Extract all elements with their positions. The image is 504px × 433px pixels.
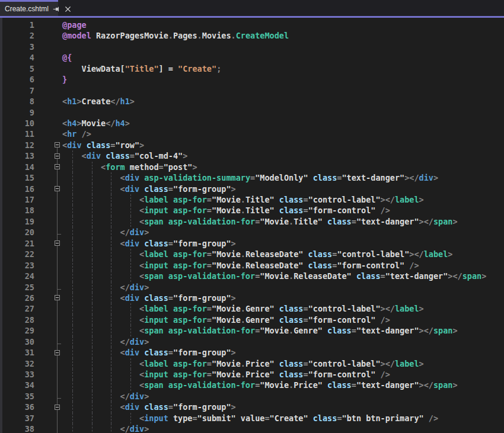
line-number: 5 bbox=[0, 63, 34, 74]
code-token: > bbox=[452, 380, 457, 390]
fold-toggle-icon[interactable] bbox=[55, 186, 60, 191]
code-line[interactable]: 6} bbox=[0, 74, 504, 85]
code-token: > bbox=[144, 424, 149, 433]
code-line[interactable]: 27 <label asp-for="Movie.Genre" class="c… bbox=[0, 303, 504, 314]
code-text[interactable]: <span asp-validation-for="Movie.Genre" c… bbox=[61, 325, 504, 336]
code-line[interactable]: 33 <input asp-for="Movie.Price" class="f… bbox=[0, 369, 504, 380]
code-line[interactable]: 21 <div class="form-group"> bbox=[0, 238, 504, 249]
code-line[interactable]: 10<h4>Movie</h4> bbox=[0, 118, 504, 129]
code-text[interactable]: </div> bbox=[61, 336, 504, 347]
code-text[interactable]: <input asp-for="Movie.Genre" class="form… bbox=[61, 315, 504, 325]
code-text[interactable] bbox=[61, 41, 504, 52]
code-line[interactable]: 31 <div class="form-group"> bbox=[0, 347, 504, 358]
code-text[interactable]: ViewData["Title"] = "Create"; bbox=[61, 63, 504, 74]
code-line[interactable]: 28 <input asp-for="Movie.Genre" class="f… bbox=[0, 315, 504, 325]
code-text[interactable]: <span asp-validation-for="Movie.ReleaseD… bbox=[61, 271, 504, 281]
code-line[interactable]: 22 <label asp-for="Movie.ReleaseDate" cl… bbox=[0, 249, 504, 259]
code-line[interactable]: 14 <form method="post"> bbox=[0, 162, 504, 172]
fold-toggle-icon[interactable] bbox=[55, 405, 60, 410]
code-line[interactable]: 30 </div> bbox=[0, 336, 504, 347]
code-text[interactable]: <div class="col-md-4"> bbox=[61, 150, 504, 161]
code-text[interactable]: <label asp-for="Movie.ReleaseDate" class… bbox=[61, 249, 504, 259]
code-text[interactable]: <span asp-validation-for="Movie.Price" c… bbox=[61, 380, 504, 390]
code-line[interactable]: 34 <span asp-validation-for="Movie.Price… bbox=[0, 380, 504, 390]
code-line[interactable]: 20 </div> bbox=[0, 227, 504, 238]
code-line[interactable]: 8<h1>Create</h1> bbox=[0, 96, 504, 107]
code-line[interactable]: 19 <span asp-validation-for="Movie.Title… bbox=[0, 216, 504, 227]
code-line[interactable]: 11<hr /> bbox=[0, 129, 504, 139]
code-text[interactable]: </div> bbox=[61, 282, 504, 293]
code-token: > bbox=[139, 140, 144, 150]
code-line[interactable]: 16 <div class="form-group"> bbox=[0, 184, 504, 194]
code-token: < bbox=[139, 413, 144, 423]
code-token: "control-label" bbox=[337, 249, 409, 259]
code-text[interactable]: <h4>Movie</h4> bbox=[61, 118, 504, 129]
code-text[interactable]: </div> bbox=[61, 424, 504, 433]
fold-toggle-icon[interactable] bbox=[55, 164, 60, 169]
code-text[interactable]: <label asp-for="Movie.Title" class="cont… bbox=[61, 194, 504, 205]
code-text[interactable]: <div class="row"> bbox=[61, 140, 504, 150]
code-text[interactable]: <h1>Create</h1> bbox=[61, 96, 504, 107]
code-line[interactable]: 5 ViewData["Title"] = "Create"; bbox=[0, 63, 504, 74]
fold-toggle-icon[interactable] bbox=[55, 295, 60, 300]
code-text[interactable]: <div class="form-group"> bbox=[61, 402, 504, 412]
code-text[interactable] bbox=[61, 107, 504, 118]
code-line[interactable]: 26 <div class="form-group"> bbox=[0, 293, 504, 303]
code-line[interactable]: 29 <span asp-validation-for="Movie.Genre… bbox=[0, 325, 504, 336]
code-token: = bbox=[337, 413, 342, 423]
code-text[interactable]: <input asp-for="Movie.Title" class="form… bbox=[61, 205, 504, 216]
code-text[interactable]: <form method="post"> bbox=[61, 162, 504, 172]
code-text[interactable]: <div class="form-group"> bbox=[61, 238, 504, 249]
code-line[interactable]: 25 </div> bbox=[0, 282, 504, 293]
code-line[interactable]: 7 bbox=[0, 85, 504, 96]
code-text[interactable]: } bbox=[61, 74, 504, 85]
code-line[interactable]: 36 <div class="form-group"> bbox=[0, 402, 504, 412]
fold-toggle-icon[interactable] bbox=[55, 153, 60, 159]
code-line[interactable]: 18 <input asp-for="Movie.Title" class="f… bbox=[0, 205, 504, 216]
code-line[interactable]: 38 </div> bbox=[0, 424, 504, 433]
code-line[interactable]: 15 <div asp-validation-summary="ModelOnl… bbox=[0, 172, 504, 183]
code-line[interactable]: 35 </div> bbox=[0, 391, 504, 402]
code-text[interactable]: <div asp-validation-summary="ModelOnly" … bbox=[61, 172, 504, 183]
code-line[interactable]: 12<div class="row"> bbox=[0, 140, 504, 150]
code-text[interactable]: <div class="form-group"> bbox=[61, 184, 504, 194]
code-line[interactable]: 37 <input type="submit" value="Create" c… bbox=[0, 413, 504, 424]
code-line[interactable]: 3 bbox=[0, 41, 504, 52]
code-text[interactable]: @{ bbox=[61, 52, 504, 63]
code-text[interactable]: <label asp-for="Movie.Price" class="cont… bbox=[61, 358, 504, 369]
code-text[interactable]: @model RazorPagesMovie.Pages.Movies.Crea… bbox=[61, 30, 504, 41]
code-text[interactable]: <input asp-for="Movie.ReleaseDate" class… bbox=[61, 260, 504, 271]
code-text[interactable]: <span asp-validation-for="Movie.Title" c… bbox=[61, 216, 504, 227]
code-line[interactable]: 4@{ bbox=[0, 52, 504, 63]
tab-create-cshtml[interactable]: Create.cshtml bbox=[0, 0, 58, 16]
fold-toggle-icon[interactable] bbox=[55, 142, 60, 147]
code-text[interactable]: <label asp-for="Movie.Genre" class="cont… bbox=[61, 303, 504, 314]
fold-toggle-icon[interactable] bbox=[55, 240, 60, 246]
indent-guide bbox=[92, 303, 92, 314]
code-line[interactable]: 24 <span asp-validation-for="Movie.Relea… bbox=[0, 271, 504, 281]
code-text[interactable]: <div class="form-group"> bbox=[61, 347, 504, 358]
code-line[interactable]: 1@page bbox=[0, 20, 504, 30]
code-text[interactable]: <input type="submit" value="Create" clas… bbox=[61, 413, 504, 424]
code-text[interactable]: <hr /> bbox=[61, 129, 504, 139]
pin-icon[interactable] bbox=[53, 5, 60, 13]
code-token: </ bbox=[120, 227, 130, 237]
code-text[interactable]: </div> bbox=[61, 227, 504, 238]
indent-guide bbox=[92, 347, 92, 358]
code-line[interactable]: 9 bbox=[0, 107, 504, 118]
code-text[interactable]: @page bbox=[61, 20, 504, 30]
code-line[interactable]: 32 <label asp-for="Movie.Price" class="c… bbox=[0, 358, 504, 369]
code-line[interactable]: 23 <input asp-for="Movie.ReleaseDate" cl… bbox=[0, 260, 504, 271]
code-text[interactable]: </div> bbox=[61, 391, 504, 402]
code-token: < bbox=[139, 326, 144, 335]
code-text[interactable]: <div class="form-group"> bbox=[61, 293, 504, 303]
code-token bbox=[62, 261, 139, 270]
code-editor[interactable]: 1@page2@model RazorPagesMovie.Pages.Movi… bbox=[0, 18, 504, 433]
code-text[interactable] bbox=[61, 85, 504, 96]
close-icon[interactable] bbox=[65, 5, 71, 13]
code-line[interactable]: 17 <label asp-for="Movie.Title" class="c… bbox=[0, 194, 504, 205]
code-line[interactable]: 2@model RazorPagesMovie.Pages.Movies.Cre… bbox=[0, 30, 504, 41]
code-text[interactable]: <input asp-for="Movie.Price" class="form… bbox=[61, 369, 504, 380]
fold-toggle-icon[interactable] bbox=[55, 350, 60, 355]
code-line[interactable]: 13 <div class="col-md-4"> bbox=[0, 150, 504, 161]
